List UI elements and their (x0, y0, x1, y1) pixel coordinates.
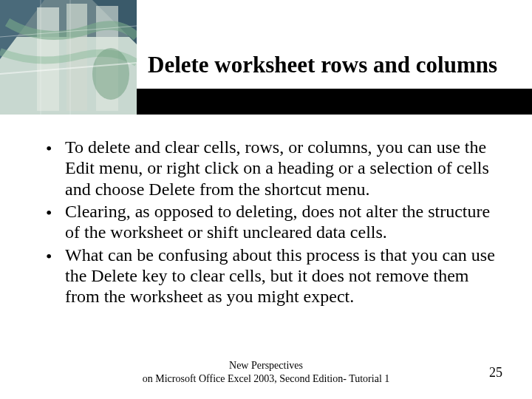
header-black-band (137, 89, 532, 115)
bullet-marker: • (46, 245, 65, 307)
footer-line1: New Perspectives (143, 359, 390, 372)
bullet-marker: • (46, 137, 65, 200)
bullet-text: To delete and clear cells, rows, or colu… (65, 137, 497, 200)
bullet-item: • Clearing, as opposed to deleting, does… (46, 201, 497, 243)
slide-title: Delete worksheet rows and columns (148, 52, 510, 78)
title-area: Delete worksheet rows and columns (0, 52, 532, 78)
bullet-text: Clearing, as opposed to deleting, does n… (65, 201, 497, 243)
bullet-marker: • (46, 201, 65, 243)
page-number: 25 (489, 365, 502, 381)
bullet-item: • To delete and clear cells, rows, or co… (46, 137, 497, 200)
bullet-item: • What can be confusing about this proce… (46, 245, 497, 307)
slide-footer: New Perspectives on Microsoft Office Exc… (0, 359, 532, 389)
slide-body: • To delete and clear cells, rows, or co… (46, 137, 497, 309)
slide-header: Delete worksheet rows and columns (0, 0, 532, 115)
footer-line2: on Microsoft Office Excel 2003, Second E… (143, 372, 390, 386)
bullet-text: What can be confusing about this process… (65, 245, 497, 307)
footer-center-text: New Perspectives on Microsoft Office Exc… (143, 359, 390, 385)
